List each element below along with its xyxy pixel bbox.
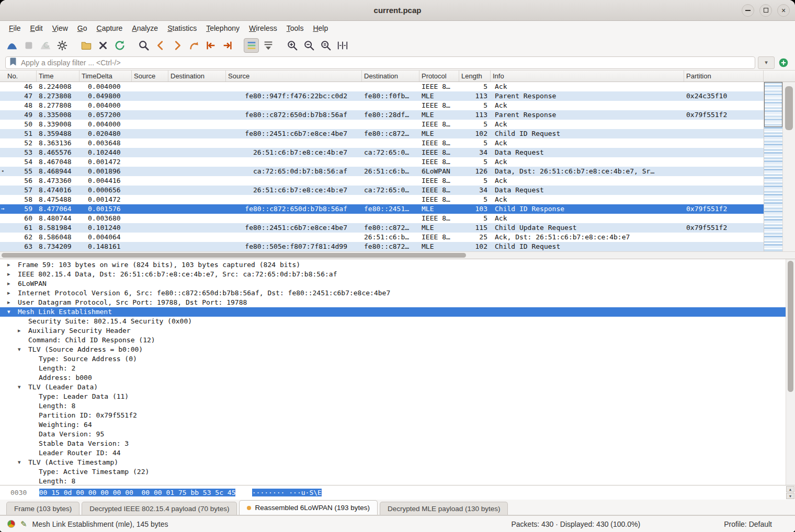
packet-row[interactable]: →598.4770640.001576fe80::c872:650d:b7b8:… bbox=[0, 204, 764, 214]
reload-button[interactable] bbox=[112, 38, 127, 53]
menu-item-file[interactable]: File bbox=[4, 22, 26, 34]
file-open-button[interactable] bbox=[78, 38, 94, 53]
packet-row[interactable]: 568.4733600.004416IEEE 8…5Ack bbox=[0, 176, 764, 186]
capture-start-button[interactable] bbox=[4, 38, 19, 53]
column-header-source[interactable]: Source bbox=[132, 71, 168, 82]
packet-minimap-scrollbar[interactable] bbox=[764, 82, 782, 251]
titlebar[interactable]: current.pcap × bbox=[0, 0, 795, 21]
packet-row[interactable]: 578.4740160.00065626:51:c6:b7:e8:ce:4b:e… bbox=[0, 186, 764, 195]
display-filter-input[interactable]: Apply a display filter ... <Ctrl-/> bbox=[5, 56, 755, 69]
column-header-source[interactable]: Source bbox=[226, 71, 362, 82]
packet-row[interactable]: 638.7342090.148161fe80::505e:f807:7f81:4… bbox=[0, 242, 764, 251]
menu-item-statistics[interactable]: Statistics bbox=[163, 22, 201, 34]
detail-row[interactable]: Data Version: 95 bbox=[0, 430, 795, 439]
detail-row[interactable]: ▸6LoWPAN bbox=[0, 279, 795, 288]
column-header-timedelta[interactable]: TimeDelta bbox=[80, 71, 132, 82]
detail-row[interactable]: Stable Data Version: 3 bbox=[0, 439, 795, 448]
packet-row[interactable]: 538.4655760.10244026:51:c6:b7:e8:ce:4b:e… bbox=[0, 148, 764, 157]
packet-row[interactable]: 518.3594880.020480fe80::2451:c6b7:e8ce:4… bbox=[0, 129, 764, 138]
packet-list-vertical-scrollbar[interactable] bbox=[782, 82, 795, 251]
expand-arrow-icon[interactable]: ▸ bbox=[7, 270, 18, 279]
detail-row[interactable]: ▸Internet Protocol Version 6, Src: fe80:… bbox=[0, 288, 795, 298]
column-header-length[interactable]: Length bbox=[459, 71, 491, 82]
detail-row[interactable]: ▾Mesh Link Establishment bbox=[0, 307, 795, 317]
byte-view-tab[interactable]: Reassembled 6LoWPAN (193 bytes) bbox=[239, 500, 378, 515]
detail-row[interactable]: ▸Frame 59: 103 bytes on wire (824 bits),… bbox=[0, 260, 795, 270]
menu-item-analyze[interactable]: Analyze bbox=[127, 22, 163, 34]
detail-row[interactable]: Leader Router ID: 44 bbox=[0, 448, 795, 458]
menu-item-view[interactable]: View bbox=[48, 22, 73, 34]
zoom-reset-button[interactable] bbox=[318, 38, 333, 53]
details-vertical-scrollbar[interactable] bbox=[786, 259, 795, 485]
expert-info-icon[interactable] bbox=[7, 520, 15, 528]
capture-comment-icon[interactable]: ✎ bbox=[20, 519, 27, 529]
hex-bytes-selected[interactable]: 00 15 0d 00 00 00 00 00 00 00 01 75 bb 5… bbox=[39, 489, 236, 496]
packet-row[interactable]: 628.5860480.00406426:51:c6:b…IEEE 8…25Ac… bbox=[0, 233, 764, 242]
detail-row[interactable]: ▾TLV (Leader Data) bbox=[0, 383, 795, 392]
column-header-destination[interactable]: Destination bbox=[362, 71, 419, 82]
hex-ascii-selected[interactable]: ········ ···u·S\E bbox=[252, 489, 322, 496]
menu-item-edit[interactable]: Edit bbox=[26, 22, 48, 34]
collapse-arrow-icon[interactable]: ▾ bbox=[18, 383, 28, 392]
detail-row[interactable]: ▸Auxiliary Security Header bbox=[0, 326, 795, 336]
detail-row[interactable]: Address: b000 bbox=[0, 373, 795, 383]
close-button[interactable]: × bbox=[777, 4, 790, 17]
scroll-down-arrow-icon[interactable]: ▼ bbox=[786, 493, 794, 499]
capture-options-button[interactable] bbox=[54, 38, 70, 53]
find-packet-button[interactable] bbox=[136, 38, 151, 53]
resize-columns-button[interactable] bbox=[335, 38, 350, 53]
menu-item-tools[interactable]: Tools bbox=[282, 22, 309, 34]
expand-arrow-icon[interactable]: ▸ bbox=[7, 279, 18, 288]
column-header-destination[interactable]: Destination bbox=[168, 71, 226, 82]
packet-row[interactable]: •558.4689440.001896ca:72:65:0d:b7:b8:56:… bbox=[0, 167, 764, 176]
expand-arrow-icon[interactable]: ▸ bbox=[7, 298, 18, 307]
detail-row[interactable]: Type: Active Timestamp (22) bbox=[0, 467, 795, 477]
menu-item-go[interactable]: Go bbox=[73, 22, 92, 34]
maximize-button[interactable] bbox=[759, 4, 772, 17]
detail-row[interactable]: Type: Leader Data (11) bbox=[0, 392, 795, 401]
packet-row[interactable]: 588.4754880.001472IEEE 8…5Ack bbox=[0, 195, 764, 204]
packet-row[interactable]: 498.3350080.057200fe80::c872:650d:b7b8:5… bbox=[0, 110, 764, 120]
go-jump-button[interactable] bbox=[186, 38, 201, 53]
column-header-time[interactable]: Time bbox=[37, 71, 80, 82]
hex-view-scrollbar[interactable]: ▲ ▼ bbox=[786, 486, 794, 499]
capture-restart-button[interactable] bbox=[38, 38, 53, 53]
packet-list-body[interactable]: 468.2240080.004000IEEE 8…5Ack478.2738080… bbox=[0, 82, 764, 251]
packet-row[interactable]: 478.2738080.049800fe80::947f:f476:22bc:c… bbox=[0, 91, 764, 101]
menu-item-capture[interactable]: Capture bbox=[92, 22, 128, 34]
detail-row[interactable]: Weighting: 64 bbox=[0, 420, 795, 430]
detail-row[interactable]: ▾TLV (Source Address = b0:00) bbox=[0, 345, 795, 354]
detail-row[interactable]: Length: 8 bbox=[0, 477, 795, 485]
zoom-out-button[interactable] bbox=[301, 38, 316, 53]
byte-view-tab[interactable]: Decrypted IEEE 802.15.4 payload (70 byte… bbox=[82, 502, 237, 515]
go-next-button[interactable] bbox=[169, 38, 185, 53]
packet-row[interactable]: 508.3390080.004000IEEE 8…5Ack bbox=[0, 120, 764, 129]
add-filter-button[interactable] bbox=[777, 56, 790, 69]
collapse-arrow-icon[interactable]: ▾ bbox=[18, 345, 28, 354]
detail-row[interactable]: Security Suite: 802.15.4 Security (0x00) bbox=[0, 317, 795, 326]
detail-row[interactable]: ▸IEEE 802.15.4 Data, Dst: 26:51:c6:b7:e8… bbox=[0, 270, 795, 279]
colorize-packets-button[interactable] bbox=[244, 38, 259, 53]
file-close-button[interactable] bbox=[95, 38, 110, 53]
packet-row[interactable]: 528.3631360.003648IEEE 8…5Ack bbox=[0, 138, 764, 148]
go-previous-button[interactable] bbox=[153, 38, 168, 53]
filter-bookmark-icon[interactable] bbox=[9, 57, 17, 68]
column-header-info[interactable]: Info bbox=[491, 71, 684, 82]
detail-row[interactable]: Type: Source Address (0) bbox=[0, 354, 795, 364]
scroll-up-arrow-icon[interactable]: ▲ bbox=[786, 486, 794, 492]
packet-row[interactable]: 608.4807440.003680IEEE 8…5Ack bbox=[0, 214, 764, 223]
zoom-in-button[interactable] bbox=[285, 38, 300, 53]
detail-row[interactable]: ▾TLV (Active Timestamp) bbox=[0, 458, 795, 467]
auto-scroll-button[interactable] bbox=[260, 38, 276, 53]
filter-dropdown-button[interactable]: ▾ bbox=[758, 56, 775, 69]
expand-arrow-icon[interactable]: ▸ bbox=[18, 326, 28, 336]
expand-arrow-icon[interactable]: ▸ bbox=[7, 260, 18, 270]
vertical-scrollbar-thumb[interactable] bbox=[785, 86, 793, 130]
collapse-arrow-icon[interactable]: ▾ bbox=[18, 458, 28, 467]
detail-row[interactable]: ▸User Datagram Protocol, Src Port: 19788… bbox=[0, 298, 795, 307]
collapse-arrow-icon[interactable]: ▾ bbox=[7, 307, 18, 317]
packet-row[interactable]: 548.4670480.001472IEEE 8…5Ack bbox=[0, 157, 764, 167]
detail-row[interactable]: Command: Child ID Response (12) bbox=[0, 336, 795, 345]
menu-item-help[interactable]: Help bbox=[308, 22, 333, 34]
packet-row[interactable]: 618.5819840.101240fe80::2451:c6b7:e8ce:4… bbox=[0, 223, 764, 233]
